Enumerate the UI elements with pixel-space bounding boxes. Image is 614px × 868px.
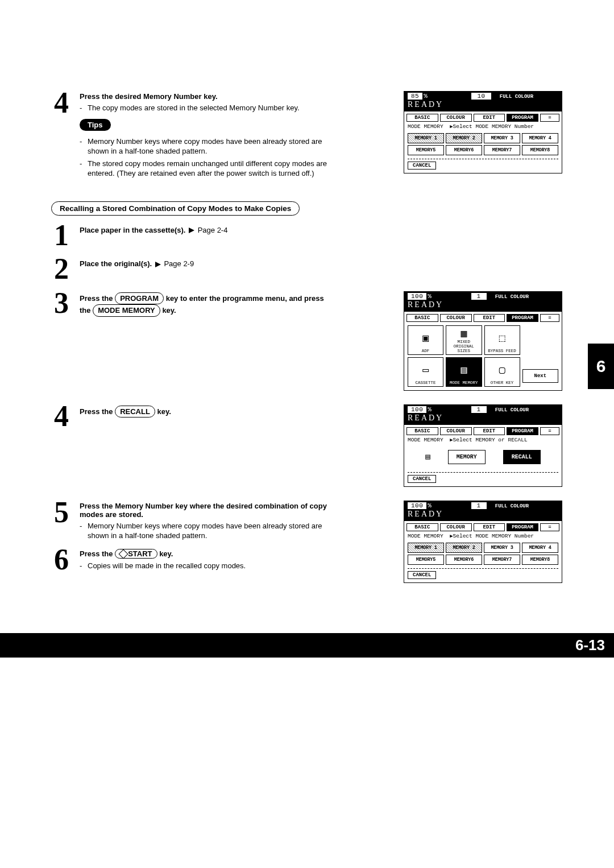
step-number-3: 3 — [51, 291, 72, 315]
step1-text: Place paper in the cassette(s). — [80, 226, 185, 234]
step2-ref: Page 2-9 — [164, 259, 194, 268]
memory-2-button[interactable]: MEMORY 2 — [446, 543, 482, 553]
pointer-icon — [155, 262, 161, 267]
step4a-bullet1: The copy modes are stored in the selecte… — [80, 103, 330, 113]
memory-button[interactable]: MEMORY — [448, 450, 486, 464]
step3-post: key. — [160, 306, 176, 315]
memory-6-button[interactable]: MEMORY6 — [446, 555, 482, 565]
start-key: START — [115, 549, 157, 559]
tab-help-icon[interactable]: ≡ — [540, 314, 559, 322]
lcd1-ready: READY — [408, 100, 558, 109]
prog-other-key-button[interactable]: ▢OTHER KEY — [484, 357, 520, 387]
cancel-button[interactable]: CANCEL — [408, 475, 436, 483]
memory-2-button[interactable]: MEMORY 2 — [446, 133, 482, 143]
step4a-title: Press the desired Memory Number key. — [80, 92, 218, 101]
lcd1-fullcolour: FULL COLOUR — [500, 94, 533, 100]
step3-pre: Press the — [80, 294, 115, 303]
step-number-4b: 4 — [51, 404, 72, 428]
prog-bypass-feed-button[interactable]: ⬚BYPASS FEED — [484, 325, 520, 355]
memory-4-button[interactable]: MEMORY 4 — [522, 543, 558, 553]
prog-cassette-button[interactable]: ▭CASSETTE — [408, 357, 443, 387]
tab-edit[interactable]: EDIT — [474, 314, 505, 322]
step2-text: Place the original(s). — [80, 259, 152, 268]
tab-colour[interactable]: COLOUR — [440, 523, 472, 531]
memory-3-button[interactable]: MEMORY 3 — [484, 133, 520, 143]
lcd1-copycount: 10 — [471, 93, 491, 100]
recall-key: RECALL — [115, 406, 155, 418]
tab-help-icon[interactable]: ≡ — [540, 427, 559, 435]
lcd1-zoom: 85 — [408, 93, 422, 100]
step1-ref: Page 2-4 — [198, 226, 228, 234]
tab-basic[interactable]: BASIC — [406, 523, 438, 531]
page-number: 6-13 — [0, 633, 614, 658]
step4a-tip2: The stored copy modes remain unchanged u… — [80, 159, 330, 179]
tab-program[interactable]: PROGRAM — [507, 427, 538, 435]
section-heading-recall: Recalling a Stored Combination of Copy M… — [51, 201, 300, 216]
memory-8-button[interactable]: MEMORY8 — [522, 555, 558, 565]
step-number-5: 5 — [51, 501, 72, 524]
tab-basic[interactable]: BASIC — [406, 314, 438, 322]
step-number-2: 2 — [51, 257, 72, 281]
step-number-6: 6 — [51, 548, 72, 572]
cancel-button[interactable]: CANCEL — [408, 571, 436, 579]
memory-1-button[interactable]: MEMORY 1 — [408, 543, 444, 553]
mode-memory-icon: ▤ — [425, 453, 430, 461]
step5-title: Press the Memory Number key where the de… — [80, 502, 327, 519]
cancel-button[interactable]: CANCEL — [408, 162, 436, 170]
tab-program[interactable]: PROGRAM — [507, 314, 538, 322]
tab-basic[interactable]: BASIC — [406, 427, 438, 435]
prog-adf-button[interactable]: ▣ADF — [408, 325, 443, 355]
memory-7-button[interactable]: MEMORY7 — [484, 145, 520, 155]
step-number-4a: 4 — [51, 91, 72, 115]
tab-colour[interactable]: COLOUR — [440, 427, 472, 435]
tab-edit[interactable]: EDIT — [474, 523, 505, 531]
memory-5-button[interactable]: MEMORY5 — [408, 555, 444, 565]
program-key: PROGRAM — [115, 292, 164, 305]
memory-7-button[interactable]: MEMORY7 — [484, 555, 520, 565]
tips-badge: Tips — [80, 119, 111, 131]
lcd-panel-memory-recall: 100% 1 FULL COLOUR READY BASIC COLOUR ED… — [404, 404, 562, 487]
tab-edit[interactable]: EDIT — [474, 114, 505, 122]
tab-colour[interactable]: COLOUR — [440, 114, 472, 122]
memory-4-button[interactable]: MEMORY 4 — [522, 133, 558, 143]
memory-6-button[interactable]: MEMORY6 — [446, 145, 482, 155]
tab-help-icon[interactable]: ≡ — [540, 523, 559, 531]
tab-colour[interactable]: COLOUR — [440, 314, 472, 322]
step5-bullet: Memory Number keys where copy modes have… — [80, 521, 330, 541]
tab-help-icon[interactable]: ≡ — [540, 114, 559, 122]
prog-mixed-sizes-button[interactable]: ▦MIXED ORIGINAL SIZES — [446, 325, 482, 355]
tab-edit[interactable]: EDIT — [474, 427, 505, 435]
tab-program[interactable]: PROGRAM — [507, 114, 538, 122]
tab-basic[interactable]: BASIC — [406, 114, 438, 122]
tab-program[interactable]: PROGRAM — [507, 523, 538, 531]
step4a-tip1: Memory Number keys where copy modes have… — [80, 137, 330, 156]
pointer-icon — [189, 228, 194, 233]
recall-button[interactable]: RECALL — [503, 450, 541, 464]
memory-1-button[interactable]: MEMORY 1 — [408, 133, 444, 143]
memory-8-button[interactable]: MEMORY8 — [522, 145, 558, 155]
lcd-panel-recall-memory: 100% 1 FULL COLOUR READY BASIC COLOUR ED… — [404, 501, 562, 583]
step6-bullet: Copies will be made in the recalled copy… — [80, 561, 330, 571]
memory-5-button[interactable]: MEMORY5 — [408, 145, 444, 155]
next-button[interactable]: Next — [522, 369, 558, 383]
mode-memory-key: MODE MEMORY — [93, 304, 160, 317]
lcd-panel-store-memory: 85% 10 FULL COLOUR READY BASIC COLOUR ED… — [404, 91, 562, 173]
memory-3-button[interactable]: MEMORY 3 — [484, 543, 520, 553]
prog-mode-memory-button[interactable]: ▤MODE MEMORY — [446, 357, 482, 387]
step-number-1: 1 — [51, 224, 72, 247]
lcd-panel-program-menu: 100% 1 FULL COLOUR READY BASIC COLOUR ED… — [404, 291, 562, 391]
